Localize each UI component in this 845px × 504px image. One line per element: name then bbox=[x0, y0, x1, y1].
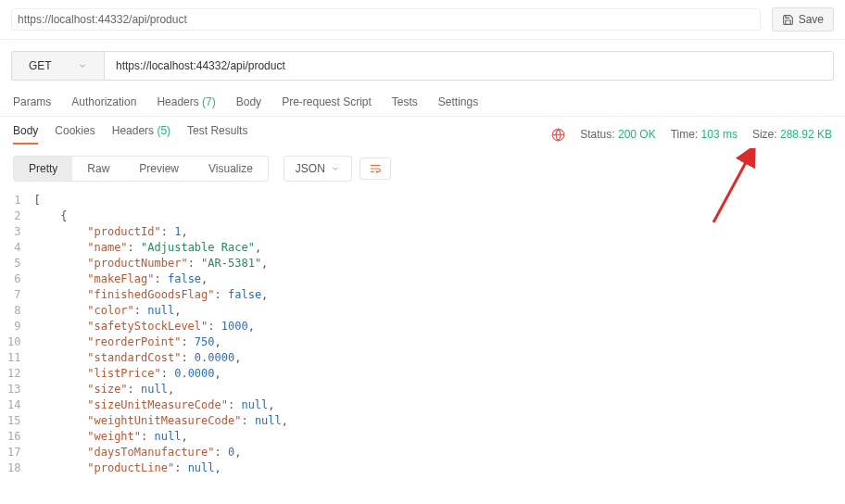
save-button-label: Save bbox=[799, 13, 824, 26]
response-body[interactable]: 123456789101112131415161718 [ { "product… bbox=[0, 189, 845, 480]
tab-authorization[interactable]: Authorization bbox=[71, 95, 136, 108]
view-raw[interactable]: Raw bbox=[72, 157, 124, 181]
chevron-down-icon bbox=[78, 61, 87, 70]
view-visualize[interactable]: Visualize bbox=[194, 157, 268, 181]
view-pretty[interactable]: Pretty bbox=[14, 157, 72, 181]
code-content: [ { "productId": 1, "name": "Adjustable … bbox=[33, 189, 288, 480]
resp-tab-body[interactable]: Body bbox=[13, 124, 38, 145]
resp-tab-cookies[interactable]: Cookies bbox=[55, 124, 95, 145]
line-gutter: 123456789101112131415161718 bbox=[4, 189, 33, 480]
url-input[interactable] bbox=[104, 51, 834, 81]
tab-params[interactable]: Params bbox=[13, 95, 51, 108]
tab-headers[interactable]: Headers (7) bbox=[157, 95, 215, 108]
time-block: Time: 103 ms bbox=[671, 128, 738, 141]
network-icon[interactable] bbox=[551, 128, 565, 142]
resp-tab-testresults[interactable]: Test Results bbox=[187, 124, 247, 145]
resp-tab-headers[interactable]: Headers (5) bbox=[112, 124, 170, 145]
tab-prerequest[interactable]: Pre-request Script bbox=[282, 95, 372, 108]
method-select[interactable]: GET bbox=[11, 51, 104, 81]
view-mode-tabs: Pretty Raw Preview Visualize bbox=[13, 156, 269, 182]
chevron-down-icon bbox=[331, 164, 340, 173]
status-block: Status: 200 OK bbox=[580, 128, 655, 141]
format-select[interactable]: JSON bbox=[284, 156, 352, 182]
size-block: Size: 288.92 KB bbox=[752, 128, 832, 141]
method-value: GET bbox=[29, 59, 52, 72]
tab-settings[interactable]: Settings bbox=[438, 95, 478, 108]
request-tab-title[interactable]: https://localhost:44332/api/product bbox=[11, 8, 761, 31]
tab-tests[interactable]: Tests bbox=[392, 95, 418, 108]
tab-body[interactable]: Body bbox=[236, 95, 261, 108]
save-icon bbox=[782, 14, 794, 26]
view-preview[interactable]: Preview bbox=[124, 157, 194, 181]
wrap-lines-button[interactable] bbox=[359, 158, 391, 180]
save-button[interactable]: Save bbox=[772, 7, 834, 32]
